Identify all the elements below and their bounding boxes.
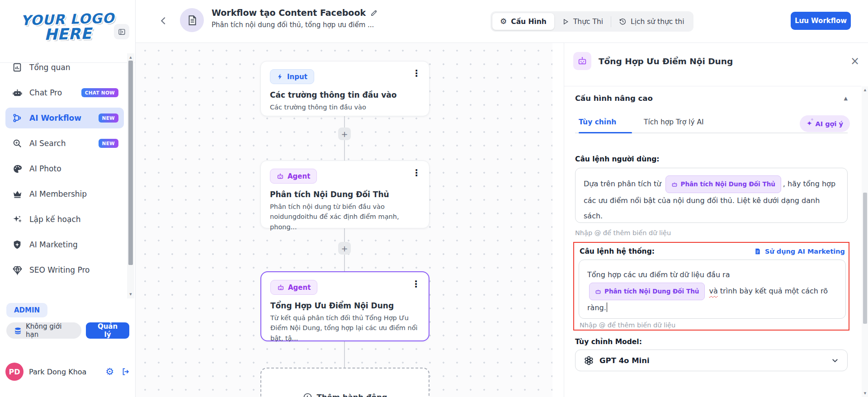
robot-icon bbox=[277, 173, 284, 180]
sidebar-item-chat-pro[interactable]: Chat Pro CHAT NOW bbox=[5, 82, 124, 103]
workflow-document-icon bbox=[180, 8, 204, 32]
tab-label: Tùy chỉnh bbox=[579, 118, 616, 126]
agent-robot-icon bbox=[573, 52, 591, 70]
panel-scrollbar[interactable]: ▲ ▼ bbox=[862, 86, 868, 397]
mode-tab-label: Thực Thi bbox=[573, 18, 603, 26]
sidebar-item-label: Tổng quan bbox=[29, 63, 71, 72]
scroll-up-icon[interactable]: ▲ bbox=[862, 87, 868, 93]
topbar: Workflow tạo Content Facebook Phân tích … bbox=[136, 0, 868, 43]
agent-badge: Agent bbox=[270, 169, 317, 184]
workflow-canvas[interactable]: Input ⋮ Các trường thông tin đầu vào Các… bbox=[136, 43, 552, 397]
new-badge: NEW bbox=[99, 113, 118, 123]
chevron-down-icon bbox=[831, 356, 839, 364]
back-button[interactable] bbox=[157, 14, 170, 27]
manage-button[interactable]: Quản lý bbox=[86, 322, 129, 339]
tab-cau-hinh[interactable]: ⚙ Cấu Hình bbox=[492, 13, 554, 30]
avatar[interactable]: PD bbox=[5, 363, 24, 381]
model-select[interactable]: GPT 4o Mini bbox=[575, 350, 848, 371]
system-prompt-helper: Nhập @ để thêm biến dữ liệu bbox=[580, 321, 844, 329]
variable-chip[interactable]: Phân tích Nội Dung Đối Thủ bbox=[665, 175, 781, 193]
robot-icon bbox=[12, 87, 23, 98]
panel-divider bbox=[564, 86, 861, 86]
system-prompt-section-highlighted: Câu lệnh hệ thống: Sử dụng AI Marketing … bbox=[573, 242, 849, 331]
scroll-down-icon[interactable]: ▼ bbox=[127, 291, 134, 298]
advanced-config-header[interactable]: Cấu hình nâng cao ▲ bbox=[575, 94, 848, 103]
user-actions: ⚙ bbox=[105, 367, 130, 377]
add-action-label: Thêm hành động bbox=[317, 393, 387, 397]
report-icon bbox=[12, 62, 23, 73]
palette-icon bbox=[12, 163, 23, 174]
variable-chip[interactable]: Phân tích Nội Dung Đối Thủ bbox=[589, 283, 705, 300]
system-prompt-textarea[interactable]: Tổng hợp các ưu điểm từ dữ liệu đầu ra P… bbox=[579, 260, 846, 319]
openai-logo-icon bbox=[584, 355, 594, 366]
add-action-node[interactable]: Thêm hành động bbox=[260, 368, 429, 397]
sidebar-item-seo-writing-pro[interactable]: SEO Writing Pro bbox=[5, 260, 124, 280]
node-input[interactable]: Input ⋮ Các trường thông tin đầu vào Các… bbox=[260, 61, 429, 116]
collapse-section-icon[interactable]: ▲ bbox=[844, 95, 848, 101]
node-menu-icon[interactable]: ⋮ bbox=[412, 69, 421, 78]
lightning-circle-icon bbox=[303, 392, 312, 397]
edit-title-icon[interactable] bbox=[370, 9, 378, 17]
user-row[interactable]: PD Park Dong Khoa ⚙ bbox=[5, 363, 130, 381]
workflow-title: Workflow tạo Content Facebook bbox=[212, 8, 366, 18]
ai-suggest-label: AI gợi ý bbox=[816, 120, 843, 128]
advanced-config-title: Cấu hình nâng cao bbox=[575, 94, 653, 103]
play-icon bbox=[562, 18, 569, 25]
system-prompt-label-row: Câu lệnh hệ thống: Sử dụng AI Marketing bbox=[579, 247, 846, 255]
sidebar-scrollbar[interactable]: ▲ ▼ bbox=[127, 53, 134, 298]
credits-pill[interactable]: Không giới hạn bbox=[6, 322, 81, 339]
tab-tuy-chinh[interactable]: Tùy chỉnh bbox=[579, 112, 616, 132]
user-prompt-label: Câu lệnh người dùng: bbox=[575, 155, 660, 163]
mode-tab-label: Lịch sử thực thi bbox=[631, 18, 684, 26]
sidebar-collapse-button[interactable] bbox=[114, 24, 129, 39]
sidebar-item-ai-workflow[interactable]: AI Workflow NEW bbox=[5, 108, 124, 128]
search-icon bbox=[12, 138, 23, 149]
misspelled-word: và bbox=[709, 287, 717, 295]
user-prompt-helper: Nhập @ để thêm biến dữ liệu bbox=[575, 229, 671, 236]
app-window: YOUR LOGO HERE Tổng quan Chat Pro CHAT N… bbox=[0, 0, 868, 397]
scroll-up-icon[interactable]: ▲ bbox=[127, 54, 134, 61]
sidebar-scrollbar-thumb[interactable] bbox=[128, 61, 133, 265]
badge-label: Agent bbox=[288, 284, 311, 292]
sidebar-item-label: SEO Writing Pro bbox=[29, 265, 90, 274]
robot-icon bbox=[277, 284, 284, 291]
add-node-button[interactable]: + bbox=[338, 128, 351, 140]
sidebar-item-ai-marketing[interactable]: AI Marketing bbox=[5, 234, 124, 255]
mode-tab-label: Cấu Hình bbox=[511, 18, 547, 26]
model-label: Tùy chỉnh Model: bbox=[575, 338, 642, 346]
input-badge: Input bbox=[270, 69, 314, 84]
logout-icon[interactable] bbox=[121, 367, 130, 376]
node-agent-tong-hop[interactable]: Agent ⋮ Tổng Hợp Ưu Điểm Nội Dung Từ kết… bbox=[260, 271, 429, 341]
workflow-icon bbox=[12, 113, 23, 123]
tab-tich-hop-tro-ly-ai[interactable]: Tích hợp Trợ lý AI bbox=[644, 112, 704, 132]
tab-lich-su-thuc-thi[interactable]: Lịch sử thực thi bbox=[611, 13, 692, 30]
sidebar-item-label: Lập kế hoạch bbox=[29, 215, 81, 224]
node-menu-icon[interactable]: ⋮ bbox=[412, 168, 421, 177]
text-cursor bbox=[607, 302, 608, 312]
node-agent-phan-tich[interactable]: Agent ⋮ Phân tích Nội Dung Đối Thủ Phân … bbox=[260, 161, 429, 228]
credits-row: Không giới hạn Quản lý bbox=[6, 322, 129, 339]
ai-suggest-button[interactable]: ✦✧ AI gợi ý bbox=[800, 115, 850, 132]
sidebar-item-tong-quan[interactable]: Tổng quan bbox=[5, 57, 124, 78]
credits-label: Không giới hạn bbox=[26, 322, 74, 339]
user-prompt-textarea[interactable]: Dựa trên phân tích từ Phân tích Nội Dung… bbox=[575, 168, 848, 223]
sidebar-item-ai-search[interactable]: AI Search NEW bbox=[5, 133, 124, 154]
node-menu-icon[interactable]: ⋮ bbox=[411, 279, 420, 288]
variable-chip-label: Phân tích Nội Dung Đối Thủ bbox=[604, 285, 699, 298]
gem-icon bbox=[12, 265, 23, 275]
settings-gear-icon[interactable]: ⚙ bbox=[105, 367, 114, 377]
sidebar-item-lap-ke-hoach[interactable]: Lập kế hoạch bbox=[5, 209, 124, 230]
use-ai-marketing-link[interactable]: Sử dụng AI Marketing bbox=[754, 248, 845, 255]
new-badge: NEW bbox=[99, 139, 118, 148]
tab-thuc-thi[interactable]: Thực Thi bbox=[554, 13, 611, 30]
workflow-subtitle: Phân tích nội dung đối thủ, tổng hợp ưu … bbox=[212, 21, 378, 29]
node-desc: Phân tích nội dung từ biến đầu vào noidu… bbox=[270, 202, 420, 232]
panel-collapse-icon bbox=[118, 28, 126, 36]
close-icon[interactable]: × bbox=[850, 56, 859, 66]
panel-scrollbar-thumb[interactable] bbox=[863, 193, 867, 324]
sidebar-item-ai-membership[interactable]: AI Membership bbox=[5, 184, 124, 204]
save-workflow-button[interactable]: Lưu Workflow bbox=[791, 12, 851, 30]
sidebar-item-ai-photo[interactable]: AI Photo bbox=[5, 158, 124, 179]
add-node-button[interactable]: + bbox=[338, 242, 351, 255]
scroll-down-icon[interactable]: ▼ bbox=[862, 390, 868, 397]
